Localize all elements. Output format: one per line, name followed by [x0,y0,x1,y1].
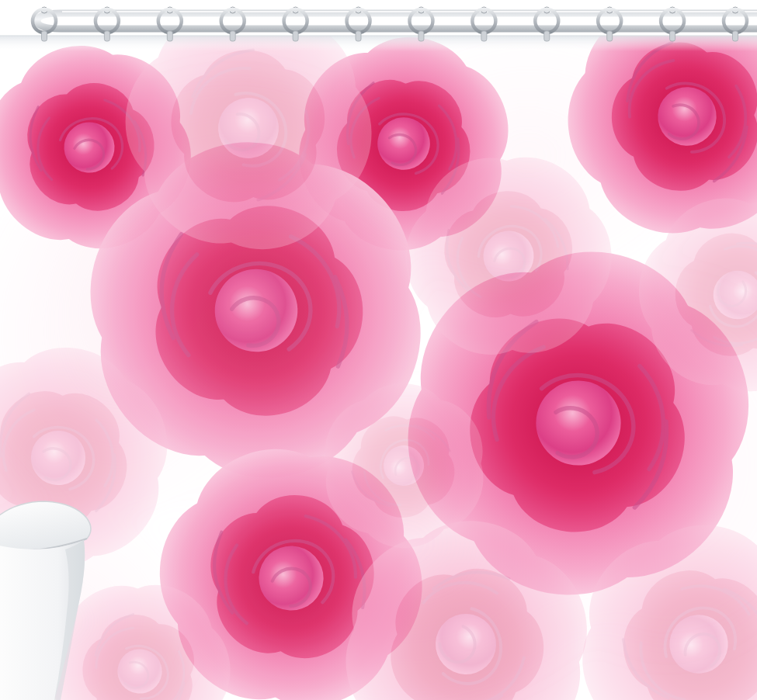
curtain-top-hem [0,36,757,51]
screenshot-root [0,0,757,700]
rose-print-layer [0,0,757,700]
shower-curtain [0,0,757,700]
shower-rod [37,12,757,29]
bathroom-scene-image [0,0,757,700]
